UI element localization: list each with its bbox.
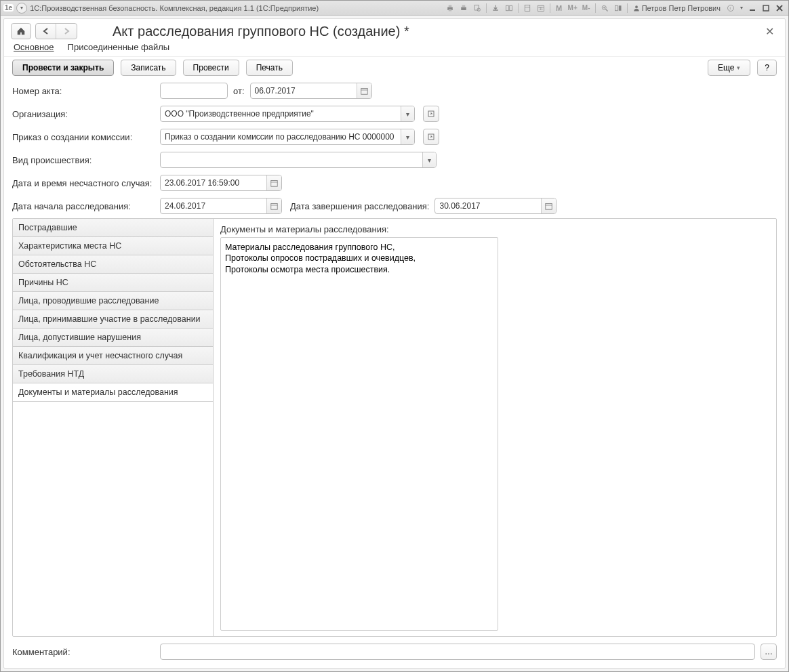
chevron-down-icon[interactable]: ▾ — [422, 152, 436, 167]
toolbar-save-icon[interactable] — [489, 3, 502, 14]
svg-rect-2 — [448, 9, 451, 11]
vertical-tab-item[interactable]: Лица, проводившие расследование — [13, 292, 213, 310]
vertical-tab-item[interactable]: Лица, допустившие нарушения — [13, 329, 213, 347]
incident-datetime-input[interactable]: 23.06.2017 16:59:00 — [160, 175, 282, 191]
svg-rect-9 — [509, 5, 512, 11]
info-dropdown-icon[interactable]: ▾ — [738, 3, 745, 14]
section-tab-files[interactable]: Присоединенные файлы — [68, 42, 170, 52]
window-close-icon[interactable] — [773, 3, 786, 14]
help-button[interactable]: ? — [757, 60, 777, 76]
chevron-down-icon[interactable]: ▾ — [401, 106, 414, 121]
organization-open-button[interactable] — [423, 106, 439, 122]
act-number-input[interactable] — [160, 83, 228, 99]
incident-type-combo[interactable]: ▾ — [160, 152, 437, 168]
vertical-tab-item[interactable]: Обстоятельства НС — [13, 255, 213, 274]
vertical-tab-item[interactable]: Лица, принимавшие участие в расследовани… — [13, 310, 213, 329]
titlebar: 1e ▾ 1С:Производственная безопасность. К… — [1, 1, 788, 16]
svg-text:i: i — [730, 6, 731, 10]
svg-rect-5 — [474, 5, 479, 10]
svg-rect-20 — [618, 5, 621, 11]
svg-rect-3 — [461, 7, 466, 10]
more-button[interactable]: Еще ▾ — [708, 60, 750, 76]
comment-input[interactable] — [160, 644, 755, 660]
start-date-input[interactable]: 24.06.2017 — [160, 198, 282, 214]
label-end-date: Дата завершения расследования: — [290, 201, 429, 211]
memory-mplus-icon[interactable]: M+ — [567, 3, 579, 14]
order-open-button[interactable] — [423, 129, 439, 145]
window-restore-icon[interactable] — [760, 3, 772, 14]
memory-mminus-icon[interactable]: M- — [580, 3, 592, 14]
chevron-down-icon: ▾ — [737, 64, 740, 71]
vertical-tab-item[interactable]: Документы и материалы расследования — [13, 383, 213, 402]
command-bar: Провести и закрыть Записать Провести Печ… — [4, 56, 785, 83]
nav-forward-button[interactable] — [56, 24, 77, 39]
panel-label: Документы и материалы расследования: — [220, 224, 769, 234]
end-date-input[interactable]: 30.06.2017 — [434, 198, 557, 214]
act-date-input[interactable]: 06.07.2017 — [250, 83, 372, 99]
calendar-icon[interactable] — [266, 198, 281, 213]
toolbar-calc-icon[interactable] — [521, 3, 533, 14]
window-minimize-icon[interactable] — [746, 3, 758, 14]
comment-open-button[interactable]: … — [761, 644, 777, 660]
toolbar-preview-icon[interactable] — [471, 3, 483, 14]
svg-rect-28 — [361, 88, 367, 94]
svg-rect-1 — [448, 5, 451, 7]
form-close-icon[interactable]: ✕ — [761, 24, 778, 39]
label-start-date: Дата начала расследования: — [12, 201, 155, 211]
save-button[interactable]: Записать — [121, 60, 176, 76]
toolbar-calendar-icon[interactable]: 31 — [535, 3, 547, 14]
section-tabs: Основное Присоединенные файлы — [4, 42, 785, 56]
app-logo-1c: 1e — [3, 4, 14, 12]
label-order: Приказ о создании комиссии: — [12, 132, 155, 142]
documents-textarea[interactable] — [220, 237, 498, 631]
memory-m-icon[interactable]: M — [553, 3, 565, 14]
organization-combo[interactable]: ООО "Производственное предприятие" ▾ — [160, 106, 415, 122]
svg-rect-19 — [615, 5, 618, 11]
svg-text:31: 31 — [539, 7, 543, 11]
info-icon[interactable]: i — [725, 3, 737, 14]
current-user[interactable]: Петров Петр Петрович — [630, 4, 723, 12]
label-comment: Комментарий: — [12, 647, 155, 657]
svg-rect-10 — [525, 5, 530, 11]
zoom-icon[interactable] — [599, 3, 611, 14]
nav-back-button[interactable] — [36, 24, 56, 39]
vertical-tab-item[interactable]: Характеристика места НС — [13, 237, 213, 255]
calendar-icon[interactable] — [357, 83, 371, 98]
post-button[interactable]: Провести — [183, 60, 239, 76]
svg-rect-25 — [763, 5, 769, 11]
post-and-close-button[interactable]: Провести и закрыть — [12, 60, 114, 76]
nav-back-forward — [35, 23, 77, 39]
svg-point-21 — [635, 5, 638, 8]
chevron-down-icon[interactable]: ▾ — [401, 129, 414, 144]
label-incident-type: Вид происшествия: — [12, 155, 155, 165]
svg-rect-36 — [546, 203, 552, 209]
app-menu-dropdown[interactable]: ▾ — [16, 3, 27, 14]
print-button[interactable]: Печать — [246, 60, 293, 76]
label-from: от: — [233, 86, 245, 96]
label-organization: Организация: — [12, 109, 155, 119]
label-incident-datetime: Дата и время несчастного случая: — [12, 178, 155, 188]
svg-rect-8 — [506, 5, 508, 11]
vertical-tabs: ПострадавшиеХарактеристика места НСОбсто… — [13, 219, 214, 636]
page-title: Акт расследования группового НС (создани… — [113, 24, 753, 39]
svg-rect-32 — [271, 180, 277, 186]
toolbar-print-icon[interactable] — [444, 3, 456, 14]
panes-icon[interactable] — [612, 3, 624, 14]
calendar-icon[interactable] — [541, 198, 556, 213]
svg-rect-4 — [462, 5, 465, 7]
vertical-tab-item[interactable]: Требования НТД — [13, 365, 213, 383]
app-title: 1С:Производственная безопасность. Компле… — [30, 4, 441, 12]
svg-rect-7 — [493, 9, 498, 11]
toolbar-compare-icon[interactable] — [503, 3, 515, 14]
svg-point-22 — [728, 5, 734, 11]
vertical-tab-item[interactable]: Пострадавшие — [13, 219, 213, 237]
home-button[interactable] — [11, 23, 31, 39]
vertical-tab-item[interactable]: Причины НС — [13, 274, 213, 292]
toolbar-print2-icon[interactable] — [458, 3, 470, 14]
svg-line-16 — [605, 9, 607, 11]
vertical-tab-item[interactable]: Квалификация и учет несчастного случая — [13, 347, 213, 365]
svg-rect-34 — [271, 203, 277, 209]
calendar-icon[interactable] — [266, 175, 281, 190]
section-tab-main[interactable]: Основное — [14, 42, 54, 52]
order-combo[interactable]: Приказ о создании комиссии по расследова… — [160, 129, 415, 145]
